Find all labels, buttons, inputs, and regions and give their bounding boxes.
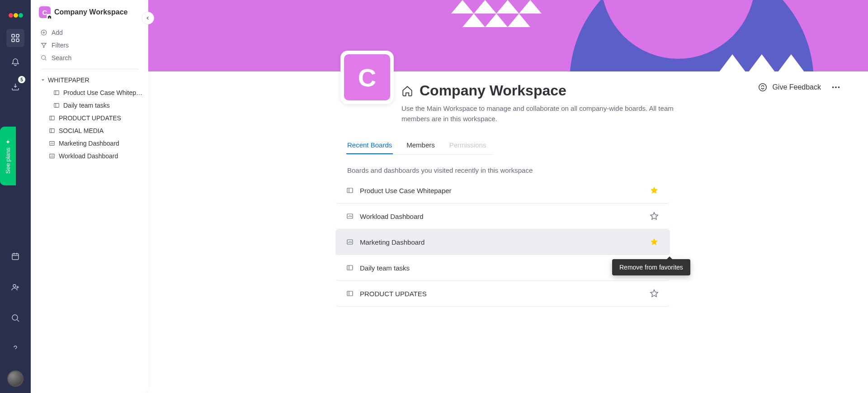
svg-point-0 (9, 13, 13, 18)
board-icon (53, 102, 60, 109)
main-content: C Company Workspace Give Feedback Use th… (148, 0, 868, 393)
help-icon[interactable] (6, 340, 24, 358)
inbox-icon[interactable]: 5 (6, 78, 24, 96)
favorite-toggle[interactable] (649, 185, 659, 195)
dashboard-icon (346, 238, 354, 246)
search-icon[interactable] (6, 309, 24, 327)
tree-item-workload-dashboard[interactable]: Workload Dashboard (34, 150, 145, 162)
svg-rect-35 (347, 265, 353, 270)
sparkle-icon: ✦ (5, 138, 11, 145)
tree-item-product-updates[interactable]: PRODUCT UPDATES (34, 112, 145, 124)
workspaces-icon[interactable] (6, 29, 24, 47)
banner-triangles-icon (451, 0, 551, 41)
workspace-badge-icon: C (39, 6, 51, 18)
workspace-avatar: C (340, 51, 394, 104)
tooltip-remove-favorites: Remove from favorites (612, 259, 690, 275)
sidebar-search-label: Search (52, 54, 71, 62)
board-row-label: Marketing Dashboard (360, 238, 425, 246)
star-outline-icon (650, 212, 659, 221)
add-button[interactable]: Add (31, 26, 148, 39)
collapse-sidebar-button[interactable] (142, 12, 154, 24)
svg-rect-3 (12, 34, 14, 37)
chevron-down-icon (41, 78, 45, 82)
tree-folder-whitepaper[interactable]: WHITEPAPER (34, 74, 145, 86)
board-icon (346, 264, 354, 271)
tree-item-label: Daily team tasks (63, 102, 110, 109)
tab-members[interactable]: Members (406, 141, 436, 154)
tree-item-label: Workload Dashboard (59, 152, 118, 160)
tree-item-product-whitepaper[interactable]: Product Use Case Whitep… (34, 86, 145, 99)
feedback-label: Give Feedback (772, 83, 821, 91)
feedback-icon (758, 82, 768, 92)
invite-icon[interactable] (6, 278, 24, 296)
monday-logo-icon[interactable] (7, 5, 24, 21)
favorite-toggle[interactable] (649, 237, 659, 247)
see-plans-label: See plans (5, 148, 11, 174)
dashboard-icon (49, 153, 55, 159)
board-row[interactable]: Workload Dashboard (335, 204, 670, 229)
board-row-label: Product Use Case Whitepaper (360, 187, 452, 194)
more-menu-button[interactable] (831, 82, 841, 92)
board-row[interactable]: PRODUCT UPDATES (335, 281, 670, 307)
svg-rect-4 (16, 34, 19, 37)
board-icon (49, 115, 55, 121)
dashboard-icon (49, 140, 55, 147)
tree-item-daily-tasks[interactable]: Daily team tasks (34, 99, 145, 112)
svg-rect-32 (347, 188, 353, 193)
sidebar-search[interactable]: Search (31, 52, 148, 64)
board-row-label: PRODUCT UPDATES (360, 290, 427, 298)
see-plans-button[interactable]: See plans ✦ (0, 127, 16, 185)
svg-rect-5 (12, 39, 14, 42)
sidebar-workspace-title: Company Workspace (54, 8, 127, 16)
svg-marker-27 (778, 54, 805, 71)
filters-button[interactable]: Filters (31, 39, 148, 52)
svg-point-30 (835, 86, 837, 88)
svg-rect-12 (54, 91, 59, 95)
svg-point-8 (13, 284, 16, 287)
board-row[interactable]: Marketing Dashboard (335, 229, 670, 255)
tooltip-text: Remove from favorites (619, 264, 683, 271)
svg-rect-15 (50, 129, 55, 133)
inbox-badge: 5 (18, 76, 25, 83)
tree-item-label: Product Use Case Whitep… (63, 89, 142, 96)
tree-item-label: PRODUCT UPDATES (59, 114, 121, 122)
workspace-banner (148, 0, 868, 71)
svg-marker-20 (496, 0, 519, 14)
svg-marker-21 (519, 0, 542, 14)
favorite-toggle[interactable] (649, 289, 659, 298)
dashboard-icon (346, 213, 354, 220)
notifications-icon[interactable] (6, 53, 24, 71)
calendar-icon[interactable] (6, 247, 24, 265)
svg-point-31 (838, 86, 840, 88)
filters-label: Filters (52, 42, 69, 49)
tab-recent-boards[interactable]: Recent Boards (346, 141, 393, 154)
board-row-label: Workload Dashboard (360, 213, 424, 220)
svg-marker-26 (748, 54, 775, 71)
tab-permissions[interactable]: Permissions (448, 141, 487, 154)
svg-marker-23 (485, 14, 508, 27)
star-filled-icon (650, 237, 659, 246)
banner-triangles-icon (719, 54, 805, 71)
svg-point-29 (832, 86, 834, 88)
tree-item-social-media[interactable]: SOCIAL MEDIA (34, 124, 145, 137)
board-row[interactable]: Product Use Case Whitepaper (335, 178, 670, 204)
svg-rect-14 (50, 116, 55, 120)
svg-point-2 (19, 13, 23, 18)
recent-boards-description: Boards and dashboards you visited recent… (148, 155, 868, 178)
workspace-avatar-letter: C (358, 63, 376, 92)
star-outline-icon (650, 289, 659, 298)
svg-point-1 (14, 13, 18, 18)
more-horizontal-icon (831, 82, 841, 92)
svg-rect-7 (12, 254, 19, 260)
svg-marker-22 (462, 14, 485, 27)
tree-folder-label: WHITEPAPER (48, 76, 90, 84)
favorite-toggle[interactable] (649, 211, 659, 221)
feedback-button[interactable]: Give Feedback (758, 82, 821, 92)
tree-item-marketing-dashboard[interactable]: Marketing Dashboard (34, 137, 145, 150)
left-rail: 5 See plans ✦ (0, 0, 31, 393)
user-avatar[interactable] (7, 370, 24, 387)
svg-point-9 (12, 315, 18, 320)
svg-marker-18 (451, 0, 474, 14)
svg-point-28 (759, 84, 767, 91)
svg-rect-13 (54, 104, 59, 108)
